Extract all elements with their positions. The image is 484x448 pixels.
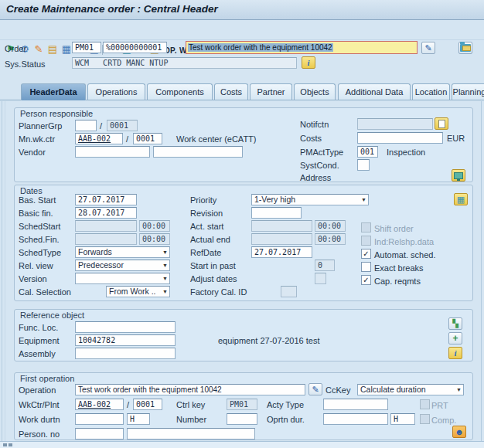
sys-status-label: Sys.Status — [5, 59, 46, 69]
ctrl-key-input[interactable]: PM01 — [227, 399, 257, 410]
person-no-name-input[interactable] — [127, 428, 255, 440]
vendor-input[interactable] — [75, 146, 150, 158]
edit-longtext-button[interactable]: ✎ — [421, 42, 435, 54]
operation-longtext-button[interactable]: ✎ — [308, 383, 322, 395]
pm-act-type-label: PMActType — [300, 148, 343, 157]
address-button[interactable] — [452, 169, 465, 182]
adjust-dates-input[interactable] — [315, 273, 326, 284]
calendar-button[interactable]: ▦ — [454, 193, 468, 205]
worklist-icon[interactable]: ▤ — [46, 43, 59, 56]
tab-planning[interactable]: Planning — [452, 83, 484, 100]
assembly-input[interactable] — [75, 348, 176, 359]
op-work-center-input[interactable]: AAB-002 — [75, 399, 124, 410]
automat-sched-checkbox[interactable] — [361, 249, 371, 259]
person-no-input[interactable] — [75, 428, 124, 440]
main-work-center-plant-input[interactable]: 0001 — [133, 133, 162, 144]
tab-partner[interactable]: Partner — [250, 83, 292, 100]
dropdown-arrow-icon: ▼ — [162, 289, 168, 295]
assembly-label: Assembly — [19, 349, 56, 358]
ref-date-input[interactable]: 27.07.2017 — [251, 246, 312, 258]
basic-finish-input[interactable]: 28.07.2017 — [75, 207, 137, 219]
tab-objects[interactable]: Objects — [294, 83, 336, 100]
work-duration-unit-input[interactable]: H — [127, 413, 150, 425]
equipment-info-button[interactable]: i — [448, 347, 462, 359]
cal-selection-select[interactable]: From Work .. ▼ — [106, 286, 170, 297]
cal-selection-label: Cal. Selection — [19, 287, 71, 297]
oprtn-dur-unit-input[interactable]: H — [390, 413, 415, 425]
cc-key-select[interactable]: Calculate duration ▼ — [357, 384, 464, 395]
order-type-field[interactable]: PM01 — [72, 42, 101, 53]
actual-end-input[interactable] — [251, 233, 312, 245]
sys-status-field[interactable]: WCM CRTD MANC NTUP — [72, 57, 297, 69]
op-plant-input[interactable]: 0001 — [133, 399, 162, 410]
revision-input[interactable] — [251, 207, 302, 219]
oprtn-dur-input[interactable] — [323, 413, 388, 425]
pm-act-type-input[interactable]: 001 — [357, 146, 378, 158]
rel-view-label: Rel. view — [19, 261, 53, 270]
currency-label: EUR — [447, 134, 465, 143]
hierarchy-button[interactable]: ▚ — [448, 317, 462, 330]
work-duration-label: Work durtn — [19, 415, 60, 424]
structure-button[interactable]: + — [448, 332, 462, 344]
create-notification-button[interactable] — [435, 117, 448, 130]
frame-line — [2, 101, 2, 441]
sched-finish-input[interactable] — [75, 233, 137, 245]
sched-type-label: SchedType — [19, 248, 61, 257]
tab-operations[interactable]: Operations — [87, 83, 145, 100]
comp-checkbox[interactable] — [420, 414, 430, 424]
basic-start-input[interactable]: 27.07.2017 — [75, 194, 137, 205]
main-work-center-input[interactable]: AAB-002 — [75, 133, 123, 144]
priority-select[interactable]: 1-Very high ▼ — [251, 194, 369, 205]
tab-additional-data[interactable]: Additional Data — [338, 83, 411, 100]
version-select[interactable]: ▼ — [75, 273, 170, 284]
acty-type-input[interactable] — [323, 399, 388, 410]
actual-end-time-input[interactable]: 00:00 — [315, 233, 346, 245]
actual-start-input[interactable] — [251, 220, 312, 232]
tab-headerdata[interactable]: HeaderData — [21, 83, 86, 100]
vendor-label: Vendor — [19, 148, 46, 157]
sched-finish-label: Sched.Fin. — [19, 235, 60, 244]
operation-input[interactable]: Test work order with the equipment 10042 — [75, 384, 305, 395]
tab-location[interactable]: Location — [412, 83, 450, 100]
sched-finish-time-input[interactable]: 00:00 — [139, 233, 170, 245]
number-input[interactable] — [227, 413, 257, 425]
vendor-name-input[interactable] — [153, 146, 243, 158]
sched-start-time-input[interactable]: 00:00 — [139, 220, 170, 232]
group-title: Person responsible — [20, 109, 93, 118]
func-loc-input[interactable] — [75, 321, 176, 333]
actual-start-time-input[interactable]: 00:00 — [315, 220, 346, 232]
start-in-past-input[interactable]: 0 — [315, 260, 335, 271]
actual-start-label: Act. start — [190, 222, 223, 231]
order-description-field[interactable]: Test work order with the equipment 10042 — [186, 41, 418, 54]
planner-grp-group-field[interactable]: 0001 — [107, 120, 138, 131]
syst-cond-input[interactable] — [357, 159, 370, 171]
notification-input[interactable] — [357, 118, 433, 130]
sched-type-select[interactable]: Forwards ▼ — [75, 246, 170, 258]
documents-folder-icon — [460, 44, 471, 52]
factory-cal-id-input[interactable] — [281, 286, 297, 297]
prt-checkbox[interactable] — [420, 399, 430, 409]
schedule-pencil-icon[interactable]: ✎ — [32, 43, 45, 56]
new-document-icon — [438, 120, 445, 128]
rel-view-select[interactable]: Predecessor ▼ — [75, 260, 170, 271]
planner-grp-input[interactable] — [75, 120, 97, 131]
exact-breaks-checkbox[interactable] — [361, 262, 371, 272]
sched-start-input[interactable] — [75, 220, 137, 232]
hr-master-button[interactable]: ☻ — [452, 426, 466, 438]
tab-costs[interactable]: Costs — [214, 83, 248, 100]
order-number-field[interactable]: %00000000001 — [103, 42, 167, 53]
documents-button[interactable] — [458, 42, 472, 54]
basic-start-label: Bas. Start — [19, 195, 56, 205]
cap-reqmts-checkbox[interactable] — [361, 275, 371, 285]
equipment-input[interactable]: 10042782 — [75, 334, 176, 346]
calculator-icon[interactable]: ▦ — [60, 43, 73, 56]
costs-input[interactable] — [357, 132, 443, 144]
status-info-button[interactable]: i — [302, 56, 315, 69]
status-info-icon: i — [307, 59, 309, 66]
tab-components[interactable]: Components — [147, 83, 213, 100]
cc-key-label: CcKey — [326, 385, 350, 395]
ind-relshp-data-checkbox[interactable] — [361, 236, 371, 246]
separator-slash: / — [126, 134, 128, 144]
shift-order-checkbox[interactable] — [361, 222, 371, 232]
work-duration-input[interactable] — [75, 413, 124, 425]
